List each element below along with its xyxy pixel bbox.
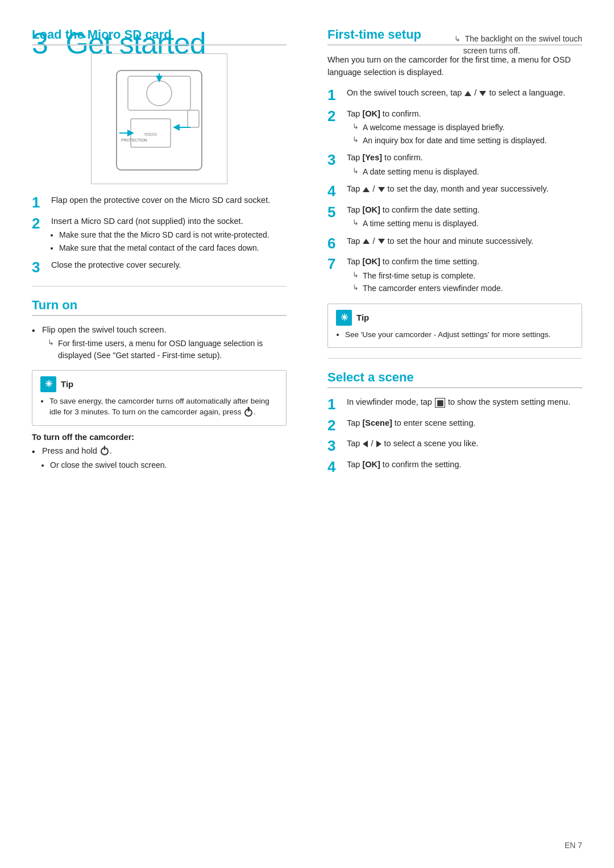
- first-time-step-6-text: Tap / to set the hour and minute success…: [347, 236, 533, 246]
- divider-1: [32, 286, 287, 286]
- step-2-bullet-2: Make sure that the metal contact of the …: [59, 242, 269, 254]
- triangle-left-3: [363, 441, 368, 447]
- section-heading-load-sd: Load the Micro SD card: [32, 27, 287, 45]
- page-footer: EN 7: [565, 841, 582, 850]
- step-3-load-sd: 3 Close the protective cover securely.: [32, 259, 287, 276]
- first-time-step-2-text: Tap [OK] to confirm.: [347, 109, 421, 118]
- tip-text-turn-on: To save energy, the camcorder turns off …: [49, 396, 278, 418]
- first-time-step-7-arrow-2: The camcorder enters viewfinder mode.: [352, 283, 503, 294]
- tip-header-turn-on: ✳ Tip: [40, 376, 278, 392]
- tip-box-turn-on: ✳ Tip To save energy, the camcorder turn…: [32, 370, 287, 426]
- section-heading-turn-on: Turn on: [32, 298, 287, 316]
- sub-heading-turn-off: To turn off the camcorder:: [32, 433, 287, 442]
- select-scene-step-2-text: Tap [Scene] to enter scene setting.: [347, 418, 476, 427]
- section-select-scene: Select a scene 1 In viewfinder mode, tap…: [327, 370, 582, 475]
- first-time-step-3-arrow-1: A date setting menu is displayed.: [352, 166, 479, 177]
- tip-label-turn-on: Tip: [61, 379, 73, 389]
- select-scene-step-3: 3 Tap / to select a scene you like.: [327, 438, 582, 454]
- triangle-up-4: [363, 187, 370, 192]
- select-scene-step-4: 4 Tap [OK] to confirm the setting.: [327, 459, 582, 475]
- section-load-sd: Load the Micro SD card micro: [32, 27, 287, 276]
- svg-rect-0: [117, 70, 202, 170]
- select-scene-step-1: 1 In viewfinder mode, tap ▦ to show the …: [327, 396, 582, 413]
- turn-off-text: Press and hold .: [42, 446, 112, 455]
- select-scene-step-3-text: Tap / to select a scene you like.: [347, 439, 479, 448]
- divider-right: [327, 358, 582, 359]
- left-column: Load the Micro SD card micro: [32, 27, 293, 841]
- tip-label-first-time: Tip: [356, 313, 369, 322]
- turn-on-arrow-1: For first-time users, a menu for OSD lan…: [48, 338, 287, 361]
- turn-on-arrows: For first-time users, a menu for OSD lan…: [48, 338, 287, 361]
- first-time-step-2-arrow-2: An inquiry box for date and time setting…: [352, 135, 547, 146]
- select-scene-steps: 1 In viewfinder mode, tap ▦ to show the …: [327, 396, 582, 475]
- grid-icon: ▦: [435, 398, 445, 408]
- first-time-step-6: 6 Tap / to set the hour and minute succe…: [327, 235, 582, 252]
- first-time-step-5-arrow-1: A time setting menu is displayed.: [352, 218, 480, 229]
- triangle-right-3: [376, 441, 381, 447]
- step-2-bullet-1: Make sure that the the Micro SD card is …: [59, 229, 269, 240]
- first-time-intro: When you turn on the camcorder for the f…: [327, 53, 582, 79]
- section-first-time-setup: First-time setup When you turn on the ca…: [327, 27, 582, 348]
- first-time-step-2: 2 Tap [OK] to confirm. A welcome message…: [327, 108, 582, 147]
- step-1-text: Flap open the protective cover on the Mi…: [51, 196, 270, 205]
- first-time-step-7: 7 Tap [OK] to confirm the time setting. …: [327, 256, 582, 295]
- turn-off-sub-1: Or close the swivel touch screen.: [50, 459, 167, 471]
- first-time-step-5: 5 Tap [OK] to confirm the date setting. …: [327, 204, 582, 231]
- tip-icon-turn-on: ✳: [40, 376, 56, 392]
- triangle-down-1: [479, 91, 486, 96]
- triangle-down-4: [378, 187, 385, 192]
- tip-box-first-time: ✳ Tip See 'Use your camcorder - Adjust s…: [327, 304, 582, 348]
- first-time-step-3-text: Tap [Yes] to confirm.: [347, 153, 423, 162]
- step-2-load-sd: 2 Insert a Micro SD card (not supplied) …: [32, 215, 287, 255]
- step-2-bullets: Make sure that the the Micro SD card is …: [59, 229, 269, 254]
- load-sd-steps: 1 Flap open the protective cover on the …: [32, 194, 287, 276]
- tip-content-turn-on: To save energy, the camcorder turns off …: [40, 396, 278, 418]
- triangle-up-6: [363, 239, 370, 244]
- first-time-step-1-text: On the swivel touch screen, tap / to sel…: [347, 88, 565, 97]
- svg-point-2: [147, 81, 172, 106]
- turn-on-bullets: • Flip open the swivel touch screen. For…: [32, 324, 287, 362]
- first-time-step-2-arrows: A welcome message is displayed briefly. …: [352, 122, 547, 146]
- tip-header-first-time: ✳ Tip: [336, 310, 574, 326]
- turn-off-bullet-1: • Press and hold . Or close the swivel t…: [32, 445, 287, 472]
- svg-text:PROTECTION: PROTECTION: [121, 138, 147, 142]
- turn-off-sub: Or close the swivel touch screen.: [50, 459, 167, 471]
- svg-text:micro: micro: [144, 131, 157, 137]
- tip-content-first-time: See 'Use your camcorder - Adjust setting…: [336, 329, 574, 340]
- section-heading-select-scene: Select a scene: [327, 370, 582, 388]
- step-1-load-sd: 1 Flap open the protective cover on the …: [32, 194, 287, 211]
- select-scene-step-4-text: Tap [OK] to confirm the setting.: [347, 460, 462, 469]
- turn-on-bullet-1-text: Flip open the swivel touch screen.: [42, 325, 166, 334]
- first-time-step-4: 4 Tap / to set the day, month and year s…: [327, 183, 582, 200]
- power-icon-turn-off: [101, 447, 109, 455]
- sd-card-svg: micro PROTECTION: [99, 59, 219, 178]
- turn-off-bullets: • Press and hold . Or close the swivel t…: [32, 445, 287, 472]
- svg-rect-1: [128, 76, 190, 110]
- first-time-step-5-arrows: A time setting menu is displayed.: [352, 218, 480, 229]
- sd-card-diagram: micro PROTECTION: [91, 53, 227, 184]
- first-time-step-2-arrow-1: A welcome message is displayed briefly.: [352, 122, 547, 133]
- tip-icon-first-time: ✳: [336, 310, 352, 326]
- triangle-down-6: [378, 239, 385, 244]
- first-time-step-5-text: Tap [OK] to confirm the date setting.: [347, 205, 480, 214]
- first-time-step-4-text: Tap / to set the day, month and year suc…: [347, 184, 549, 193]
- right-column: First-time setup When you turn on the ca…: [321, 27, 582, 841]
- section-turn-on: Turn on • Flip open the swivel touch scr…: [32, 298, 287, 472]
- step-3-text: Close the protective cover securely.: [51, 260, 181, 269]
- first-time-step-7-arrow-1: The first-time setup is complete.: [352, 270, 503, 281]
- svg-rect-5: [188, 110, 199, 127]
- select-scene-step-1-text: In viewfinder mode, tap ▦ to show the sy…: [347, 397, 570, 406]
- turn-on-bullet-1: • Flip open the swivel touch screen. For…: [32, 324, 287, 362]
- first-time-step-3-arrows: A date setting menu is displayed.: [352, 166, 479, 177]
- first-time-step-7-text: Tap [OK] to confirm the time setting.: [347, 257, 479, 266]
- first-time-step-1: 1 On the swivel touch screen, tap / to s…: [327, 87, 582, 103]
- triangle-up-1: [464, 91, 471, 96]
- first-time-steps: 1 On the swivel touch screen, tap / to s…: [327, 87, 582, 296]
- power-icon-tip: [244, 409, 252, 417]
- tip-text-first-time: See 'Use your camcorder - Adjust setting…: [345, 329, 574, 340]
- section-heading-first-time: First-time setup: [327, 27, 582, 45]
- select-scene-step-2: 2 Tap [Scene] to enter scene setting.: [327, 417, 582, 434]
- first-time-step-3: 3 Tap [Yes] to confirm. A date setting m…: [327, 152, 582, 178]
- first-time-step-7-arrows: The first-time setup is complete. The ca…: [352, 270, 503, 294]
- step-2-text: Insert a Micro SD card (not supplied) in…: [51, 217, 243, 226]
